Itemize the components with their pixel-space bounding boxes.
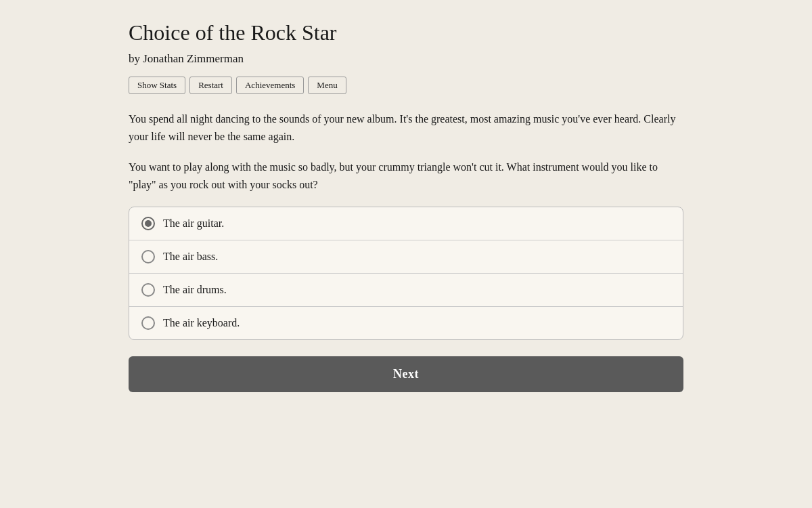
story-paragraph-2: You want to play along with the music so… [129, 158, 683, 193]
radio-circle [141, 250, 155, 263]
achievements-button[interactable]: Achievements [236, 77, 304, 94]
page-title: Choice of the Rock Star [129, 20, 683, 45]
story-paragraph-1: You spend all night dancing to the sound… [129, 110, 683, 145]
list-item[interactable]: The air keyboard. [129, 307, 683, 339]
show-stats-button[interactable]: Show Stats [129, 77, 185, 94]
main-container: Choice of the Rock Star by Jonathan Zimm… [129, 20, 683, 488]
choice-label: The air guitar. [163, 217, 224, 230]
toolbar: Show Stats Restart Achievements Menu [129, 77, 683, 94]
restart-button[interactable]: Restart [189, 77, 232, 94]
list-item[interactable]: The air drums. [129, 274, 683, 307]
story-text: You spend all night dancing to the sound… [129, 110, 683, 193]
author-label: by Jonathan Zimmerman [129, 52, 683, 66]
radio-inner [145, 220, 152, 227]
choice-label: The air keyboard. [163, 317, 240, 329]
choice-label: The air bass. [163, 251, 218, 263]
radio-circle [141, 283, 155, 297]
radio-circle [141, 217, 155, 230]
next-button[interactable]: Next [129, 356, 683, 392]
list-item[interactable]: The air bass. [129, 240, 683, 274]
radio-circle [141, 316, 155, 330]
choices-container: The air guitar.The air bass.The air drum… [129, 207, 683, 340]
choice-label: The air drums. [163, 284, 227, 296]
menu-button[interactable]: Menu [308, 77, 346, 94]
list-item[interactable]: The air guitar. [129, 207, 683, 240]
